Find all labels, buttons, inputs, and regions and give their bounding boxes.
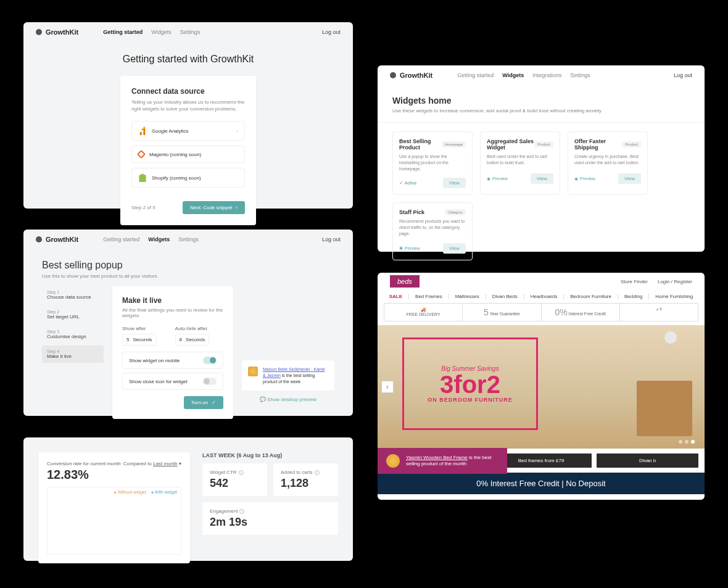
logout-link[interactable]: Log out: [322, 29, 341, 35]
widget-card-aggregated-sales: Aggregated Sales WidgetProduct Best used…: [480, 131, 560, 195]
panel-analytics: Conversion rate for current month Compar…: [23, 437, 353, 561]
widget-grid: Best Selling ProductHomepage Use a popup…: [392, 131, 690, 260]
best-selling-popup[interactable]: Yasmin Wooden Bed Frame is the best sell…: [378, 448, 507, 474]
view-button[interactable]: View: [531, 173, 553, 184]
store-logo[interactable]: beds: [390, 275, 420, 288]
info-icon[interactable]: i: [315, 470, 320, 475]
widget-card-staff-pick: Staff PickCategory Recommend products yo…: [392, 202, 473, 260]
view-button[interactable]: View: [443, 243, 466, 254]
logo: GrowthKit: [390, 72, 432, 79]
badge: Product: [534, 141, 553, 147]
datasource-google-analytics[interactable]: Google Analytics›: [131, 121, 245, 141]
nightstand-image: [637, 381, 692, 436]
step-3[interactable]: Step 3Customise design: [42, 326, 104, 343]
nav-settings[interactable]: Settings: [570, 72, 590, 78]
logout-link[interactable]: Log out: [322, 236, 341, 242]
view-button[interactable]: View: [443, 178, 466, 188]
chevron-right-icon: ›: [236, 205, 238, 210]
datasource-shopify[interactable]: Shopify (coming soon): [131, 168, 245, 188]
nav-widgets[interactable]: Widgets: [502, 72, 524, 78]
show-after-field: Show after 5Seconds: [122, 326, 157, 346]
next-button[interactable]: Next: Code snippet›: [183, 201, 245, 214]
nav-bed-frames[interactable]: Bed Frames: [408, 294, 442, 299]
nav-integrations[interactable]: Integrations: [532, 72, 561, 78]
auto-hide-field: Auto-hide after 8Seconds: [175, 326, 210, 346]
connect-datasource-card: Connect data source Telling us your indu…: [120, 76, 256, 225]
nav-getting-started[interactable]: Getting started: [103, 236, 139, 242]
nav-home-furnishing[interactable]: Home Furnishing: [648, 294, 693, 299]
hero-carousel: ‹ Big Summer Savings 3for2 ON BEDROOM FU…: [378, 325, 705, 449]
status-preview[interactable]: ◉Preview: [574, 176, 595, 181]
popup-product-link[interactable]: Yasmin Wooden Bed Frame: [406, 455, 468, 460]
form-card: Make it live All the final settings you …: [112, 286, 233, 419]
auto-hide-input[interactable]: 8: [180, 337, 182, 342]
toggle-close-icon[interactable]: Show close icon for widget: [122, 373, 223, 390]
credit-band: 0% Interest Free Credit | No Deposit: [378, 473, 705, 494]
page-subtitle: Use this to show your best product to al…: [42, 273, 334, 279]
show-after-input[interactable]: 5: [126, 337, 129, 342]
nav-divan-beds[interactable]: Divan Beds: [486, 294, 518, 299]
topbar: GrowthKit Getting started Widgets Settin…: [23, 230, 353, 250]
nav-widgets[interactable]: Widgets: [148, 236, 170, 242]
comparison-selector[interactable]: Compared to Last month ▾: [123, 461, 181, 466]
info-icon[interactable]: i: [239, 509, 244, 514]
page-title: Best selling popup: [42, 260, 334, 271]
nav-settings[interactable]: Settings: [180, 29, 201, 35]
stat-engagement: Engagementi2m 19s: [202, 502, 338, 535]
view-button[interactable]: View: [618, 173, 641, 184]
shopify-icon: [138, 173, 147, 182]
store-finder-link[interactable]: Store Finder: [621, 279, 648, 284]
benefit-strip: 🚚FREE DELIVERY 5 Year Guarantee 0% Inter…: [384, 303, 698, 321]
logo: GrowthKit: [36, 28, 78, 36]
trophy-icon: [248, 366, 258, 376]
nav-bedroom-furniture[interactable]: Bedroom Furniture: [563, 294, 611, 299]
nav-getting-started[interactable]: Getting started: [103, 29, 143, 35]
toggle-switch[interactable]: [203, 357, 217, 364]
step-2[interactable]: Step 2Set target URL: [42, 306, 104, 323]
card-title: Connect data source: [131, 87, 245, 96]
carousel-dots[interactable]: [679, 440, 695, 444]
toggle-mobile[interactable]: Show widget on mobile: [122, 352, 223, 369]
info-icon[interactable]: i: [239, 470, 244, 475]
stat-added-to-carts: Added to cartsi1,128: [273, 463, 338, 496]
datasource-magento[interactable]: Magento (coming soon): [131, 146, 245, 163]
badge: Category: [445, 209, 466, 215]
preview-column: Maison Belle Sköljmedel - Kanel & Jasmin…: [242, 286, 334, 419]
nav-headboards[interactable]: Headboards: [524, 294, 558, 299]
magento-icon: [137, 150, 146, 159]
form-title: Make it live: [122, 296, 223, 305]
turn-on-button[interactable]: Turn on✓: [184, 396, 223, 409]
badge: Homepage: [442, 141, 466, 147]
nav-settings[interactable]: Settings: [178, 236, 199, 242]
nav-sale[interactable]: SALE: [389, 294, 402, 299]
cta-divan[interactable]: Divan b: [597, 453, 698, 468]
google-analytics-icon: [138, 126, 147, 135]
logout-link[interactable]: Log out: [674, 72, 692, 78]
step-1[interactable]: Step 1Choose data source: [42, 286, 104, 304]
eye-icon: ◉: [399, 246, 403, 251]
strip-guarantee: 5 Year Guarantee: [463, 304, 541, 321]
nav-bedding[interactable]: Bedding: [618, 294, 642, 299]
login-register-link[interactable]: Login / Register: [658, 279, 692, 284]
field-label: Show after: [122, 326, 157, 331]
lamp-image: [661, 331, 680, 356]
status-preview[interactable]: ◉Preview: [487, 176, 508, 181]
check-icon: ✓: [212, 400, 216, 405]
nav-widgets[interactable]: Widgets: [151, 29, 172, 35]
nav-getting-started[interactable]: Getting started: [457, 72, 494, 78]
datasource-label: Shopify (coming soon): [152, 175, 201, 181]
step-progress: Step 2 of 5: [131, 205, 155, 210]
legend-with: ● With widget: [151, 490, 177, 494]
hero-promo: Big Summer Savings 3for2 ON BEDROOM FURN…: [402, 337, 538, 430]
panel-widgets-home: GrowthKit Getting started Widgets Integr…: [378, 65, 705, 252]
show-desktop-preview-link[interactable]: 💬 Show desktop preview: [260, 397, 316, 402]
status-preview[interactable]: ◉Preview: [399, 246, 420, 251]
toggle-switch[interactable]: [203, 378, 217, 385]
ecom-nav: SALE Bed Frames Mattresses Divan Beds He…: [378, 290, 705, 303]
form-subtitle: All the final settings you need to revie…: [122, 307, 223, 318]
carousel-prev-button[interactable]: ‹: [381, 381, 394, 393]
step-4[interactable]: Step 4Make it live: [42, 346, 104, 363]
strip-free-delivery: 🚚FREE DELIVERY: [384, 304, 463, 321]
nav-mattresses[interactable]: Mattresses: [449, 294, 479, 299]
legend-without: ● Without widget: [114, 490, 146, 494]
